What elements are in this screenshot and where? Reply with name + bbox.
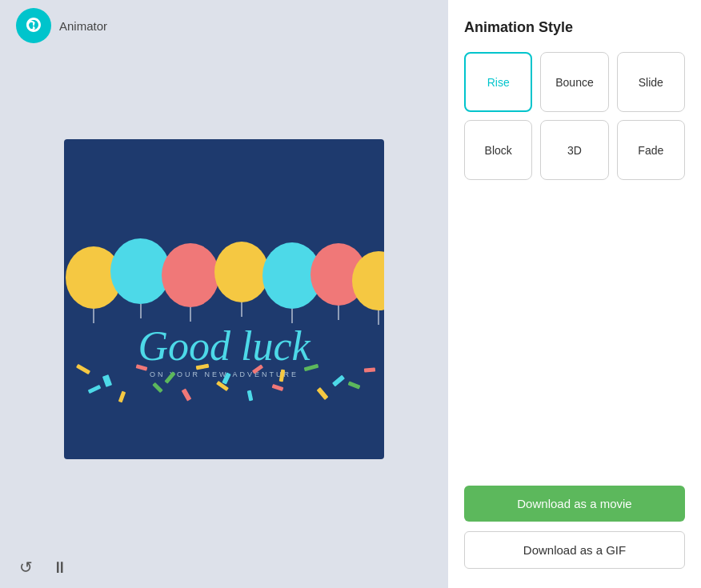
- balloon: [214, 242, 269, 302]
- confetti: [222, 372, 230, 384]
- confetti: [247, 390, 254, 401]
- confetti: [88, 384, 102, 393]
- anim-btn-bounce[interactable]: Bounce: [540, 52, 608, 112]
- anim-label-rise: Rise: [487, 76, 510, 89]
- confetti: [317, 386, 329, 399]
- replay-button[interactable]: ↺: [16, 554, 36, 580]
- anim-label-fade: Fade: [638, 144, 663, 157]
- app-title: Animator: [59, 19, 107, 33]
- header: C Animator: [0, 0, 448, 51]
- anim-label-bounce: Bounce: [555, 76, 593, 89]
- confetti: [279, 369, 286, 382]
- confetti: [272, 383, 284, 390]
- anim-btn-fade[interactable]: Fade: [617, 120, 685, 180]
- confetti: [332, 374, 345, 386]
- left-panel: C Animator: [0, 0, 448, 588]
- right-panel: Animation Style Rise Bounce Slide Block …: [448, 0, 701, 588]
- download-movie-button[interactable]: Download as a movie: [464, 486, 685, 522]
- confetti: [364, 367, 375, 372]
- animation-grid: Rise Bounce Slide Block 3D Fade: [464, 52, 685, 180]
- confetti: [102, 374, 112, 387]
- anim-btn-rise[interactable]: Rise: [464, 52, 532, 112]
- design-preview: Good luck ON YOUR NEW ADVENTURE: [64, 139, 384, 459]
- anim-btn-slide[interactable]: Slide: [617, 52, 685, 112]
- confetti: [152, 382, 162, 392]
- balloon: [162, 243, 219, 307]
- download-gif-button[interactable]: Download as a GIF: [464, 531, 685, 569]
- anim-btn-3d[interactable]: 3D: [540, 120, 608, 180]
- anim-label-block: Block: [485, 144, 512, 157]
- balloons-area: [64, 139, 384, 315]
- confetti: [76, 363, 90, 374]
- pause-icon: ⏸: [52, 558, 68, 577]
- anim-label-3d: 3D: [567, 144, 582, 157]
- animation-style-title: Animation Style: [464, 19, 685, 36]
- download-section: Download as a movie Download as a GIF: [464, 470, 685, 569]
- confetti: [348, 381, 361, 389]
- replay-icon: ↺: [19, 558, 33, 577]
- bottom-controls: ↺ ⏸: [0, 546, 448, 588]
- confetti: [118, 390, 126, 402]
- confetti: [182, 388, 192, 401]
- anim-btn-block[interactable]: Block: [464, 120, 532, 180]
- confetti-area: [64, 363, 384, 459]
- canvas-area: Good luck ON YOUR NEW ADVENTURE: [0, 51, 448, 546]
- good-luck-text: Good luck: [138, 323, 310, 369]
- confetti: [304, 363, 319, 370]
- canva-logo: C: [16, 8, 51, 43]
- confetti: [136, 364, 148, 370]
- svg-text:C: C: [26, 19, 36, 33]
- pause-button[interactable]: ⏸: [49, 555, 71, 580]
- confetti: [252, 364, 263, 374]
- anim-label-slide: Slide: [639, 76, 663, 89]
- confetti: [164, 371, 175, 383]
- confetti: [196, 363, 210, 370]
